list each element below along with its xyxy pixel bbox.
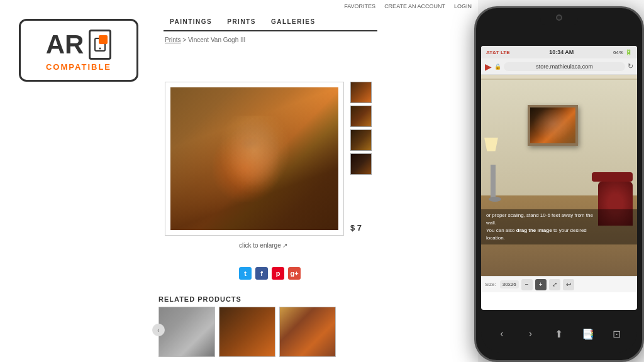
related-products-section: RELATED PRODUCTS <box>158 295 353 357</box>
lamp-pole <box>491 165 496 199</box>
ar-badge-top: AR <box>46 30 112 60</box>
nav-bookmark[interactable]: 📑 <box>579 325 597 343</box>
svg-point-2 <box>99 47 101 49</box>
phone-camera <box>556 14 562 21</box>
nav-galleries[interactable]: GALLERIES <box>271 18 316 25</box>
google-share-button[interactable]: g+ <box>288 267 301 280</box>
thumb-img-4 <box>351 154 371 174</box>
instruction-bold: drag the image <box>516 228 552 233</box>
facebook-share-button[interactable]: f <box>255 267 268 280</box>
thumb-item-4[interactable] <box>350 153 372 175</box>
status-bar: AT&T LTE 10:34 AM 64% 🔋 <box>481 46 637 58</box>
reload-icon[interactable]: ↻ <box>628 62 633 70</box>
back-button[interactable]: ↩ <box>563 279 574 290</box>
thumb-item-2[interactable] <box>350 106 372 127</box>
prev-arrow[interactable]: ‹ <box>152 324 165 336</box>
back-btn[interactable]: ▶ <box>485 62 492 72</box>
status-time: 10:34 AM <box>549 49 574 55</box>
status-right: 64% 🔋 <box>613 49 632 55</box>
ar-compatible-text: COMPATIBLE <box>46 62 111 72</box>
artwork-on-wall <box>528 105 578 146</box>
instruction-text-2: wall. <box>486 220 496 226</box>
related-products-title: RELATED PRODUCTS <box>158 295 353 303</box>
battery-icon: 🔋 <box>625 49 632 55</box>
create-account-link[interactable]: CREATE AN ACCOUNT <box>384 3 445 9</box>
nav-forward[interactable]: › <box>521 325 539 343</box>
related-products-grid <box>158 307 353 357</box>
ar-badge: AR COMPATIBLE <box>19 19 138 82</box>
nav-tabs[interactable]: ⊡ <box>608 325 625 343</box>
phone-bottom-bar: ‹ › ⬆ 📑 ⊡ <box>481 315 637 353</box>
login-link[interactable]: LOGIN <box>454 3 472 9</box>
related-item-1[interactable] <box>158 307 215 357</box>
lock-icon: 🔒 <box>494 63 501 70</box>
thumb-item-3[interactable] <box>350 129 372 151</box>
phone-screen: AT&T LTE 10:34 AM 64% 🔋 ▶ 🔒 store.mathie… <box>481 46 637 310</box>
instruction-text-4: to your desired <box>552 228 587 233</box>
ar-controls-bar: Size: 30x26 − + ⤢ ↩ <box>481 276 637 292</box>
related-img-3 <box>280 307 335 356</box>
instruction-text-5: location. <box>486 235 505 241</box>
phone-body: AT&T LTE 10:34 AM 64% 🔋 ▶ 🔒 store.mathie… <box>474 6 644 362</box>
size-value-display: 30x26 <box>500 280 519 288</box>
thumb-item-1[interactable] <box>350 82 372 103</box>
status-left: AT&T LTE <box>486 50 509 55</box>
ar-phone-icon <box>89 30 111 60</box>
favorites-link[interactable]: FAVORITES <box>344 3 375 9</box>
breadcrumb-current: Vincent Van Gogh III <box>188 36 245 43</box>
nav-back[interactable]: ‹ <box>493 325 511 343</box>
nav-paintings[interactable]: PAINTINGS <box>170 18 212 25</box>
breadcrumb-separator: > <box>182 36 188 43</box>
twitter-share-button[interactable]: t <box>239 267 252 280</box>
instruction-text-1: or proper scaling, stand 10-6 feet away … <box>486 212 593 218</box>
breadcrumb-prints[interactable]: Prints <box>165 36 181 43</box>
main-navigation: PAINTINGS PRINTS GALLERIES <box>164 13 377 31</box>
pinterest-share-button[interactable]: p <box>272 267 284 280</box>
thumb-img-3 <box>351 130 371 150</box>
size-plus-button[interactable]: + <box>535 279 547 290</box>
related-img-2 <box>219 307 275 356</box>
related-item-2[interactable] <box>219 307 275 357</box>
url-display[interactable]: store.mathieulaca.com <box>504 62 625 71</box>
click-enlarge[interactable]: click to enlarge ↗ <box>239 242 287 249</box>
battery-status: 64% <box>613 50 623 55</box>
instruction-text-3: You can also <box>486 228 516 233</box>
phone-mockup: AT&T LTE 10:34 AM 64% 🔋 ▶ 🔒 store.mathie… <box>474 6 644 362</box>
price-display: $ 7 <box>350 223 362 233</box>
size-minus-button[interactable]: − <box>521 279 533 290</box>
lamp-base <box>489 197 501 202</box>
thumbnail-sidebar <box>350 82 372 175</box>
size-label: Size: <box>485 282 496 287</box>
ar-room-view: or proper scaling, stand 10-6 feet away … <box>481 75 637 276</box>
thumb-img-1 <box>351 82 371 102</box>
top-navigation: FAVORITES CREATE AN ACCOUNT LOGIN <box>164 0 478 13</box>
ar-text: AR <box>46 31 84 58</box>
social-share: t f p g+ <box>239 267 301 280</box>
painting-image[interactable] <box>170 87 338 230</box>
svg-rect-1 <box>101 40 104 43</box>
carrier-status: AT&T LTE <box>486 50 509 55</box>
thumb-img-2 <box>351 106 371 126</box>
breadcrumb: Prints > Vincent Van Gogh III <box>165 36 245 43</box>
related-img-1 <box>159 307 214 356</box>
chair-back <box>592 172 633 182</box>
room-ceiling <box>481 75 637 80</box>
address-bar: ▶ 🔒 store.mathieulaca.com ↻ <box>481 58 637 75</box>
artwork-overlay <box>530 107 575 143</box>
painting-highlight <box>213 116 297 201</box>
painting-container <box>165 82 344 236</box>
phone-svg <box>94 38 106 52</box>
nav-prints[interactable]: PRINTS <box>227 18 256 25</box>
ar-instructions: or proper scaling, stand 10-6 feet away … <box>481 209 637 244</box>
expand-button[interactable]: ⤢ <box>549 279 560 290</box>
nav-share[interactable]: ⬆ <box>550 325 568 343</box>
related-item-3[interactable] <box>279 307 336 357</box>
